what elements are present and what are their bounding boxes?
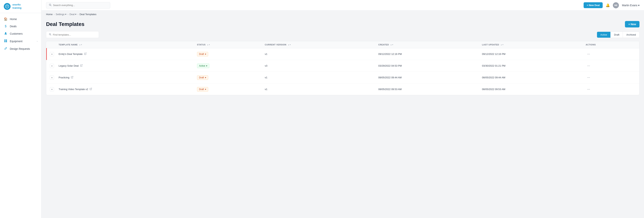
bell-icon[interactable]: 🔔 [606, 3, 610, 7]
col-status[interactable]: STATUS ▲▼ [194, 41, 262, 48]
external-link-icon[interactable] [71, 76, 73, 79]
updated-cell: 09/12/2022 12:16 PM [479, 48, 583, 60]
sidebar: enerflo training 🏠 Home $ Deals Customer… [0, 0, 42, 218]
chevron-down-icon: ▾ [205, 53, 206, 55]
sidebar-item-deals[interactable]: $ Deals [0, 23, 41, 30]
breadcrumb-home[interactable]: Home [46, 13, 53, 16]
sidebar-item-label: Deals [10, 25, 16, 28]
topbar-right: + New Deal 🔔 ME Martin Evans ▾ [584, 2, 640, 8]
actions-button[interactable]: ··· [586, 75, 592, 80]
status-badge[interactable]: Draft ▾ [197, 52, 208, 56]
svg-point-1 [5, 32, 6, 33]
chevron-down-icon: ▾ [638, 4, 640, 7]
page-title: Deal Templates [46, 21, 84, 27]
col-updated[interactable]: LAST UPDATED ▲▼ [479, 41, 583, 48]
user-menu[interactable]: Martin Evans ▾ [622, 4, 640, 7]
sidebar-item-customers[interactable]: Customers [0, 30, 41, 38]
actions-cell: ··· [583, 60, 639, 72]
logo-text: enerflo training [12, 3, 22, 10]
breadcrumb-current: Deal Templates [80, 13, 96, 16]
search-icon [49, 4, 52, 7]
sidebar-item-label: Equipment [10, 40, 22, 43]
expand-button[interactable]: + [50, 75, 54, 80]
svg-line-9 [50, 35, 51, 35]
content-area: Home › Settings ▾ › Deal ▾ › Deal Templa… [42, 11, 644, 218]
chevron-right-icon: › [37, 40, 38, 42]
status-cell: Draft ▾ [194, 72, 262, 83]
expand-button[interactable]: + [50, 87, 54, 91]
new-template-button[interactable]: + New [625, 21, 640, 28]
template-name: Training Video Template v2 [59, 88, 88, 91]
svg-point-0 [6, 5, 9, 8]
template-search[interactable] [46, 31, 99, 38]
templates-table: TEMPLATE NAME ▲▼ STATUS ▲▼ CURRENT VERSI… [46, 41, 640, 95]
filter-tabs: Active Draft Archived [597, 32, 640, 38]
table-row: + Legacy Solar Deal Active ▾ v3 03/29/20… [46, 60, 640, 72]
pencil-icon [4, 47, 8, 51]
svg-line-11 [81, 65, 82, 66]
breadcrumb-deal[interactable]: Deal ▾ [70, 13, 76, 16]
row-expand-cell: + [46, 48, 56, 60]
template-name: Legacy Solar Deal [59, 64, 79, 67]
sidebar-nav: 🏠 Home $ Deals Customers Equipment › [0, 13, 41, 55]
status-badge[interactable]: Draft ▾ [197, 87, 208, 92]
created-cell: 03/29/2022 04:53 PM [375, 60, 479, 72]
person-icon [4, 32, 8, 36]
actions-button[interactable]: ··· [586, 51, 592, 57]
svg-point-6 [49, 4, 51, 6]
table-row: + Training Video Template v2 Draft ▾ v1 … [46, 83, 640, 95]
sidebar-item-label: Design Requests [10, 47, 30, 50]
breadcrumb-settings[interactable]: Settings ▾ [56, 13, 66, 16]
template-name-cell: Training Video Template v2 [56, 83, 194, 95]
tab-active[interactable]: Active [597, 32, 610, 38]
version-cell: v3 [262, 60, 375, 72]
sidebar-item-equipment[interactable]: Equipment › [0, 38, 41, 45]
filters-row: Active Draft Archived [42, 30, 644, 41]
svg-line-7 [50, 5, 51, 6]
status-cell: Active ▾ [194, 60, 262, 72]
chevron-down-icon: ▾ [206, 65, 207, 67]
sidebar-item-home[interactable]: 🏠 Home [0, 15, 41, 23]
row-expand-cell: + [46, 60, 56, 72]
tab-archived[interactable]: Archived [623, 32, 639, 38]
external-link-icon[interactable] [84, 53, 86, 55]
actions-button[interactable]: ··· [586, 63, 592, 68]
sort-icon: ▲▼ [288, 44, 291, 46]
main-area: + New Deal 🔔 ME Martin Evans ▾ Home › Se… [42, 0, 644, 218]
topbar: + New Deal 🔔 ME Martin Evans ▾ [42, 0, 644, 11]
status-badge[interactable]: Draft ▾ [197, 75, 208, 80]
expand-button[interactable]: + [50, 52, 54, 56]
external-link-icon[interactable] [80, 64, 82, 67]
template-name-cell: Legacy Solar Deal [56, 60, 194, 72]
tab-draft[interactable]: Draft [610, 32, 623, 38]
template-name: Practicing [59, 76, 70, 79]
external-link-icon[interactable] [90, 88, 92, 91]
sidebar-item-label: Home [10, 18, 17, 21]
actions-button[interactable]: ··· [586, 86, 592, 92]
svg-line-13 [90, 88, 92, 89]
svg-rect-5 [6, 41, 7, 42]
sidebar-item-label: Customers [10, 32, 23, 35]
sort-icon: ▲▼ [207, 44, 210, 46]
actions-cell: ··· [583, 72, 639, 83]
status-badge[interactable]: Active ▾ [197, 64, 210, 68]
updated-cell: 08/05/2022 09:53 AM [479, 83, 583, 95]
col-version[interactable]: CURRENT VERSION ▲▼ [262, 41, 375, 48]
svg-line-12 [72, 76, 73, 77]
template-name-cell: Emily's Deal Template [56, 48, 194, 60]
actions-cell: ··· [583, 48, 639, 60]
breadcrumb-sep: › [68, 13, 68, 16]
home-icon: 🏠 [4, 17, 8, 21]
template-search-input[interactable] [53, 33, 96, 36]
search-input[interactable] [53, 4, 108, 7]
template-name: Emily's Deal Template [59, 53, 83, 55]
global-search[interactable] [46, 2, 110, 9]
col-created[interactable]: CREATED ▲▼ [375, 41, 479, 48]
new-deal-button[interactable]: + New Deal [584, 2, 603, 8]
expand-button[interactable]: + [50, 64, 54, 68]
row-expand-cell: + [46, 83, 56, 95]
sidebar-item-design-requests[interactable]: Design Requests [0, 45, 41, 53]
col-name[interactable]: TEMPLATE NAME ▲▼ [56, 41, 194, 48]
search-icon [49, 33, 51, 36]
version-cell: v1 [262, 83, 375, 95]
